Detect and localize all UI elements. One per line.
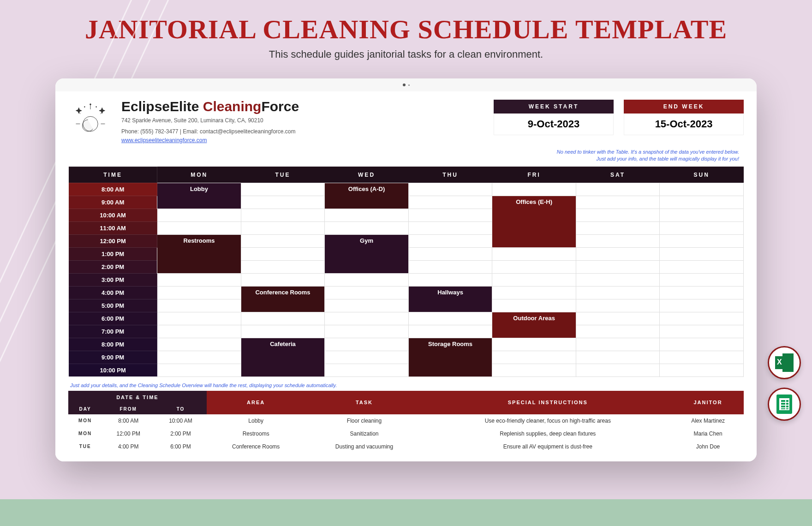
empty-cell[interactable] <box>157 299 241 312</box>
empty-cell[interactable] <box>325 221 409 234</box>
empty-cell[interactable] <box>492 338 576 351</box>
empty-cell[interactable] <box>576 183 660 196</box>
empty-cell[interactable] <box>408 312 492 325</box>
empty-cell[interactable] <box>576 286 660 299</box>
empty-cell[interactable] <box>660 312 744 325</box>
empty-cell[interactable] <box>408 234 492 247</box>
excel-badge[interactable] <box>768 346 801 379</box>
empty-cell[interactable] <box>660 338 744 351</box>
empty-cell[interactable] <box>576 209 660 221</box>
empty-cell[interactable] <box>157 325 241 338</box>
empty-cell[interactable] <box>492 273 576 286</box>
empty-cell[interactable] <box>325 286 409 299</box>
empty-cell[interactable] <box>408 209 492 221</box>
empty-cell[interactable] <box>408 273 492 286</box>
empty-cell[interactable] <box>325 325 409 338</box>
empty-cell[interactable] <box>408 260 492 273</box>
task-block[interactable]: Outdoor Areas <box>492 312 576 338</box>
empty-cell[interactable] <box>492 286 576 299</box>
task-block[interactable]: Storage Rooms <box>408 338 492 377</box>
page-title: JANITORIAL CLEANING SCHEDULE TEMPLATE <box>0 0 812 45</box>
empty-cell[interactable] <box>576 364 660 377</box>
empty-cell[interactable] <box>660 183 744 196</box>
empty-cell[interactable] <box>576 312 660 325</box>
empty-cell[interactable] <box>241 260 325 273</box>
task-block[interactable]: Lobby <box>157 183 241 209</box>
empty-cell[interactable] <box>157 273 241 286</box>
google-sheets-badge[interactable] <box>768 388 801 421</box>
empty-cell[interactable] <box>325 338 409 351</box>
task-block[interactable]: Conference Rooms <box>241 286 325 312</box>
empty-cell[interactable] <box>408 196 492 209</box>
empty-cell[interactable] <box>660 299 744 312</box>
empty-cell[interactable] <box>241 209 325 221</box>
week-end-value: 15-Oct-2023 <box>624 114 744 135</box>
empty-cell[interactable] <box>576 221 660 234</box>
empty-cell[interactable] <box>157 351 241 364</box>
empty-cell[interactable] <box>325 273 409 286</box>
empty-cell[interactable] <box>408 221 492 234</box>
empty-cell[interactable] <box>157 221 241 234</box>
detail-subheader: FROM <box>102 404 155 414</box>
empty-cell[interactable] <box>576 247 660 260</box>
empty-cell[interactable] <box>325 312 409 325</box>
empty-cell[interactable] <box>576 260 660 273</box>
time-cell: 9:00 PM <box>69 351 157 364</box>
empty-cell[interactable] <box>492 260 576 273</box>
empty-cell[interactable] <box>576 299 660 312</box>
empty-cell[interactable] <box>576 196 660 209</box>
task-block[interactable]: Hallways <box>408 286 492 312</box>
empty-cell[interactable] <box>241 234 325 247</box>
empty-cell[interactable] <box>157 338 241 351</box>
empty-cell[interactable] <box>408 183 492 196</box>
empty-cell[interactable] <box>325 209 409 221</box>
detail-row[interactable]: MON12:00 PM2:00 PMRestroomsSanitizationR… <box>68 427 744 440</box>
empty-cell[interactable] <box>660 364 744 377</box>
empty-cell[interactable] <box>492 247 576 260</box>
company-website-link[interactable]: www.eclipseelitecleaningforce.com <box>121 137 207 143</box>
empty-cell[interactable] <box>241 312 325 325</box>
empty-cell[interactable] <box>660 247 744 260</box>
empty-cell[interactable] <box>576 351 660 364</box>
empty-cell[interactable] <box>157 312 241 325</box>
empty-cell[interactable] <box>660 351 744 364</box>
empty-cell[interactable] <box>157 286 241 299</box>
empty-cell[interactable] <box>660 260 744 273</box>
empty-cell[interactable] <box>241 183 325 196</box>
empty-cell[interactable] <box>576 234 660 247</box>
empty-cell[interactable] <box>660 221 744 234</box>
empty-cell[interactable] <box>408 325 492 338</box>
empty-cell[interactable] <box>492 364 576 377</box>
empty-cell[interactable] <box>660 286 744 299</box>
detail-row[interactable]: TUE4:00 PM6:00 PMConference RoomsDusting… <box>68 440 744 453</box>
empty-cell[interactable] <box>408 247 492 260</box>
empty-cell[interactable] <box>241 273 325 286</box>
empty-cell[interactable] <box>241 196 325 209</box>
task-block[interactable]: Offices (A-D) <box>325 183 409 209</box>
empty-cell[interactable] <box>157 209 241 221</box>
empty-cell[interactable] <box>492 351 576 364</box>
empty-cell[interactable] <box>660 196 744 209</box>
task-block[interactable]: Restrooms <box>157 234 241 273</box>
empty-cell[interactable] <box>660 325 744 338</box>
empty-cell[interactable] <box>660 273 744 286</box>
empty-cell[interactable] <box>660 209 744 221</box>
empty-cell[interactable] <box>492 299 576 312</box>
empty-cell[interactable] <box>325 351 409 364</box>
empty-cell[interactable] <box>325 299 409 312</box>
task-block[interactable]: Cafeteria <box>241 338 325 377</box>
empty-cell[interactable] <box>576 338 660 351</box>
empty-cell[interactable] <box>241 247 325 260</box>
empty-cell[interactable] <box>576 273 660 286</box>
empty-cell[interactable] <box>325 364 409 377</box>
empty-cell[interactable] <box>241 325 325 338</box>
empty-cell[interactable] <box>241 221 325 234</box>
company-address: 742 Sparkle Avenue, Suite 200, Luminara … <box>121 116 484 125</box>
empty-cell[interactable] <box>157 364 241 377</box>
task-block[interactable]: Gym <box>325 234 409 273</box>
detail-row[interactable]: MON8:00 AM10:00 AMLobbyFloor cleaningUse… <box>68 414 744 427</box>
empty-cell[interactable] <box>660 234 744 247</box>
task-block[interactable]: Offices (E-H) <box>492 196 576 247</box>
empty-cell[interactable] <box>576 325 660 338</box>
empty-cell[interactable] <box>492 183 576 196</box>
